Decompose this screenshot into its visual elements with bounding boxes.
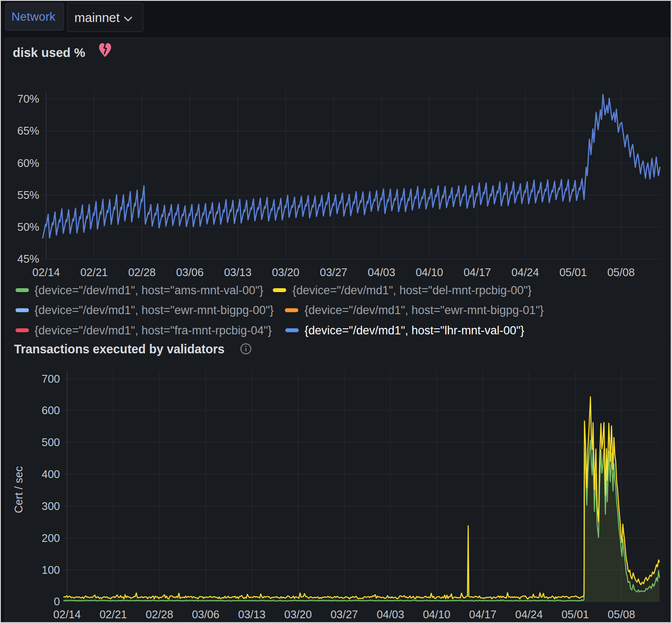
svg-text:65%: 65% [17, 125, 39, 137]
svg-text:45%: 45% [17, 253, 39, 265]
svg-text:disk used %: disk used % [13, 45, 85, 60]
svg-text:60%: 60% [17, 157, 39, 169]
svg-text:05/01: 05/01 [559, 266, 587, 278]
svg-text:70%: 70% [17, 93, 39, 105]
svg-text:03/27: 03/27 [320, 266, 347, 278]
svg-text:05/01: 05/01 [562, 608, 589, 620]
svg-text:{device="/dev/md1", host="ewr-: {device="/dev/md1", host="ewr-mnt-bigpg-… [305, 304, 544, 317]
svg-text:03/27: 03/27 [330, 608, 358, 620]
svg-text:300: 300 [41, 500, 60, 512]
svg-text:{device="/dev/md1", host="del-: {device="/dev/md1", host="del-mnt-rpcbig… [292, 284, 532, 297]
svg-text:04/17: 04/17 [464, 266, 491, 278]
svg-text:03/13: 03/13 [224, 266, 251, 278]
svg-text:05/08: 05/08 [608, 608, 635, 620]
svg-text:500: 500 [41, 436, 60, 448]
svg-text:02/14: 02/14 [32, 266, 60, 278]
svg-text:03/06: 03/06 [176, 266, 204, 278]
svg-text:03/20: 03/20 [272, 266, 299, 278]
svg-text:02/21: 02/21 [100, 608, 127, 620]
svg-text:03/20: 03/20 [284, 608, 312, 620]
svg-text:05/08: 05/08 [607, 266, 635, 278]
svg-text:04/24: 04/24 [512, 266, 539, 278]
svg-text:55%: 55% [17, 189, 39, 201]
svg-text:{device="/dev/md1", host="ewr-: {device="/dev/md1", host="ewr-mnt-bigpg-… [35, 304, 274, 317]
svg-text:50%: 50% [17, 221, 39, 233]
svg-text:600: 600 [41, 404, 60, 416]
svg-text:04/10: 04/10 [416, 266, 443, 278]
svg-text:02/28: 02/28 [128, 266, 156, 278]
svg-text:04/17: 04/17 [469, 608, 496, 620]
svg-text:200: 200 [41, 532, 60, 544]
svg-text:03/06: 03/06 [192, 608, 220, 620]
svg-text:400: 400 [41, 468, 60, 480]
svg-text:02/21: 02/21 [80, 266, 108, 278]
svg-text:{device="/dev/md1", host="fra-: {device="/dev/md1", host="fra-mnt-rpcbig… [35, 324, 272, 337]
svg-text:0: 0 [54, 595, 60, 607]
svg-text:700: 700 [41, 373, 60, 385]
svg-text:Transactions executed by valid: Transactions executed by validators [14, 342, 225, 356]
svg-text:Cert / sec: Cert / sec [13, 466, 25, 513]
svg-text:04/24: 04/24 [515, 608, 543, 620]
svg-text:04/03: 04/03 [368, 266, 396, 278]
svg-text:{device="/dev/md1", host="lhr-: {device="/dev/md1", host="lhr-mnt-val-00… [305, 324, 524, 337]
svg-text:100: 100 [41, 564, 60, 576]
svg-text:04/10: 04/10 [423, 608, 450, 620]
svg-text:{device="/dev/md1", host="ams-: {device="/dev/md1", host="ams-mnt-val-00… [35, 284, 264, 297]
svg-text:04/03: 04/03 [377, 608, 404, 620]
svg-text:02/14: 02/14 [53, 608, 81, 620]
svg-text:03/13: 03/13 [238, 608, 266, 620]
svg-text:02/28: 02/28 [146, 608, 173, 620]
